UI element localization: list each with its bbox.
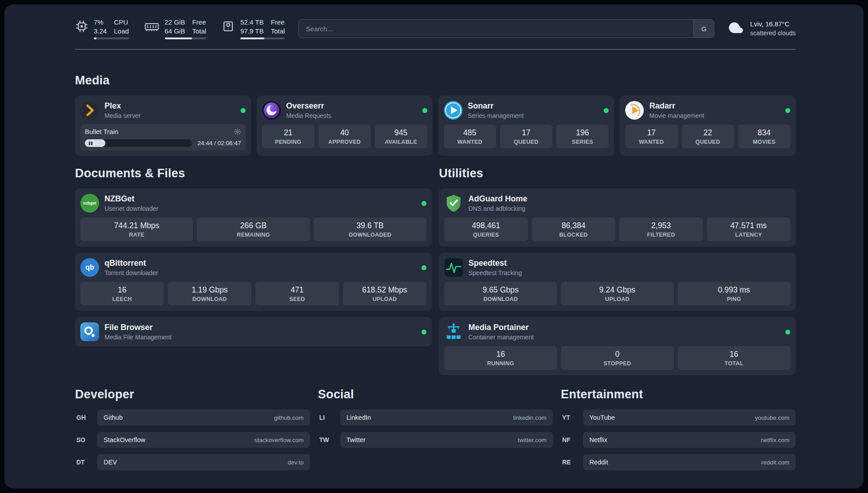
service-card-nzbget[interactable]: nzbget NZBGet Usenet downloader 744.21 M… — [75, 188, 432, 246]
service-subtitle: Media Requests — [286, 112, 331, 119]
stat-label: STOPPED — [563, 360, 672, 367]
nzbget-icon: nzbget — [80, 194, 99, 213]
stat-tile: 471 SEED — [255, 282, 339, 305]
bookmark-twitter[interactable]: TW Twitter twitter.com — [318, 432, 553, 448]
bookmark-name: StackOverflow — [104, 436, 145, 443]
stat-value: 834 — [740, 128, 789, 138]
service-card-speedtest[interactable]: Speedtest Speedtest Tracking 9.65 Gbps D… — [439, 253, 796, 311]
bookmark-github[interactable]: GH Github github.com — [75, 409, 310, 426]
stat-value: 498,461 — [446, 221, 526, 230]
stat-value: 2,953 — [621, 221, 701, 230]
stat-tile: 834 MOVIES — [738, 125, 790, 148]
stat-tile: 945 AVAILABLE — [375, 125, 427, 148]
bookmark-reddit[interactable]: RE Reddit reddit.com — [561, 454, 796, 470]
bookmark-linkedin[interactable]: LI LinkedIn linkedin.com — [318, 409, 553, 426]
pause-icon — [89, 142, 92, 145]
developer-section-title: Developer — [75, 388, 310, 401]
top-bar: 7% 3.24 CPU Load — [75, 18, 796, 39]
service-card-plex[interactable]: Plex Media server Bullet Train — [75, 96, 251, 156]
stat-tile: 9.24 Gbps UPLOAD — [561, 282, 673, 305]
bookmark-abbr: GH — [75, 414, 97, 421]
stat-value: 16 — [680, 350, 789, 359]
cpu-label: CPU — [114, 18, 129, 27]
bookmarks-developer: Developer GH Github github.com SO StackO… — [75, 388, 310, 470]
service-name: Overseerr — [286, 101, 331, 111]
stat-tile: 2,953 FILTERED — [619, 217, 703, 241]
bookmark-netflix[interactable]: NF Netflix netflix.com — [561, 432, 796, 448]
service-name: qBittorrent — [104, 259, 158, 268]
bookmark-domain: github.com — [274, 414, 304, 421]
bookmark-domain: stackoverflow.com — [255, 437, 304, 443]
overseerr-icon — [262, 101, 281, 120]
bookmark-dev[interactable]: DT DEV dev.to — [75, 454, 310, 470]
bookmark-domain: reddit.com — [761, 459, 789, 466]
bookmark-name: YouTube — [589, 414, 615, 421]
stat-value: 945 — [376, 128, 425, 138]
service-card-adguard[interactable]: AdGuard Home DNS and adblocking 498,461 … — [439, 188, 796, 246]
system-widgets: 7% 3.24 CPU Load — [75, 18, 285, 39]
stat-label: RATE — [82, 232, 191, 238]
plex-icon — [80, 101, 99, 120]
gear-icon[interactable] — [234, 128, 241, 135]
stat-tile: 17 QUEUED — [500, 125, 552, 148]
memory-icon — [144, 20, 159, 35]
bookmark-name: LinkedIn — [346, 414, 371, 421]
cpu-load-label: Load — [114, 27, 129, 36]
disk-usage-bar — [240, 38, 285, 39]
bookmark-youtube[interactable]: YT YouTube youtube.com — [561, 409, 796, 426]
bookmark-domain: twitter.com — [517, 437, 547, 443]
bookmark-abbr: SO — [75, 436, 97, 443]
speedtest-icon — [444, 258, 463, 277]
bookmark-abbr: LI — [318, 414, 340, 421]
service-card-radarr[interactable]: Radarr Movie management 17 WANTED 22 QUE… — [620, 96, 796, 156]
service-name: Radarr — [649, 101, 704, 111]
service-card-qbittorrent[interactable]: qb qBittorrent Torrent downloader 16 LEE… — [75, 253, 432, 311]
stat-value: 21 — [264, 128, 313, 138]
stat-tile: 266 GB REMAINING — [197, 217, 309, 241]
service-card-portainer[interactable]: Media Portainer Container management 16 … — [439, 317, 796, 375]
stat-value: 485 — [446, 128, 494, 138]
now-playing-title: Bullet Train — [85, 128, 118, 135]
stat-tile: 17 WANTED — [625, 125, 677, 148]
service-card-filebrowser[interactable]: File Browser Media File Management — [75, 317, 432, 347]
bookmark-name: Netflix — [589, 436, 607, 443]
disk-icon — [221, 20, 235, 35]
service-subtitle: Movie management — [649, 112, 704, 119]
stat-value: 618.52 Mbps — [345, 285, 425, 295]
playback-time: 24:44 / 02:06:47 — [197, 140, 241, 146]
bookmarks-entertainment: Entertainment YT YouTube youtube.com NF … — [561, 388, 796, 470]
stat-label: WANTED — [446, 139, 494, 145]
disk-free-value: 52.4 TB — [240, 18, 263, 27]
stat-value: 16 — [446, 350, 555, 359]
stat-label: APPROVED — [320, 139, 369, 145]
status-dot — [422, 108, 427, 113]
stat-tile: 485 WANTED — [444, 125, 496, 148]
stat-tile: 47.571 ms LATENCY — [707, 217, 790, 241]
stat-tile: 0 STOPPED — [561, 346, 673, 370]
stat-label: WANTED — [627, 139, 676, 145]
memory-free-label: Free — [192, 18, 206, 27]
service-card-sonarr[interactable]: Sonarr Series management 485 WANTED 17 Q… — [438, 96, 614, 156]
bookmark-abbr: RE — [561, 459, 583, 466]
status-dot — [421, 201, 426, 206]
cpu-percent: 7% — [94, 18, 107, 27]
stat-label: SEED — [257, 296, 337, 302]
service-card-overseerr[interactable]: Overseerr Media Requests 21 PENDING 40 A… — [257, 96, 433, 156]
stat-tile: 40 APPROVED — [318, 125, 371, 148]
entertainment-section-title: Entertainment — [561, 388, 796, 401]
memory-usage-bar — [165, 38, 207, 39]
bookmark-name: Twitter — [346, 436, 366, 443]
playback-progress-bar — [85, 139, 192, 147]
memory-total-label: Total — [192, 27, 206, 36]
search-provider-button[interactable]: G — [693, 20, 714, 38]
cpu-load-value: 3.24 — [94, 27, 107, 36]
search-bar[interactable]: G — [298, 19, 714, 38]
status-dot — [241, 108, 246, 113]
service-name: Speedtest — [468, 259, 522, 268]
stat-value: 0.993 ms — [680, 285, 789, 295]
stat-value: 0 — [563, 350, 672, 359]
stat-label: BLOCKED — [534, 232, 613, 238]
bookmark-stackoverflow[interactable]: SO StackOverflow stackoverflow.com — [75, 432, 310, 448]
stat-value: 196 — [558, 128, 607, 138]
search-input[interactable] — [299, 25, 693, 33]
